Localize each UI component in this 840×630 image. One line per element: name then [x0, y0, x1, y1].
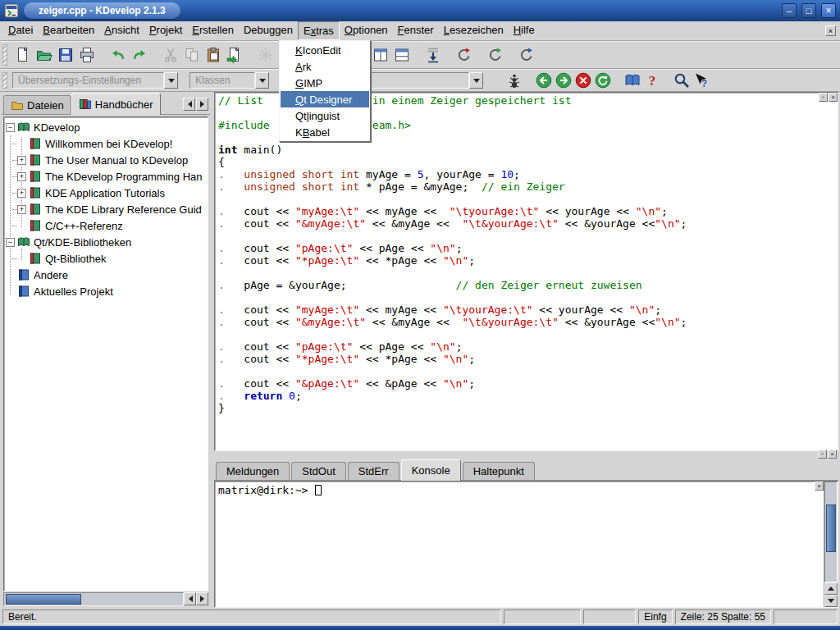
output-tab-haltepunkt[interactable]: Haltepunkt [463, 462, 535, 480]
tree-expander-icon[interactable]: + [17, 205, 26, 214]
tree-expander-icon[interactable]: + [17, 189, 26, 198]
new-file-icon[interactable] [12, 44, 34, 66]
tree-horizontal-scrollbar[interactable] [3, 592, 208, 606]
menu-projekt[interactable]: Projekt [144, 21, 187, 40]
tab-scroll-right-button[interactable] [196, 98, 208, 111]
dock-restore-icon[interactable]: ▫ [819, 93, 828, 102]
combo-1-dropdown-button[interactable] [164, 72, 178, 89]
menubar-close-icon[interactable]: × [825, 25, 836, 36]
menu-fenster[interactable]: Fenster [393, 21, 439, 40]
tab-scroll-left-button[interactable] [183, 98, 195, 111]
tree-item[interactable]: +The User Manual to KDevelop [4, 152, 208, 168]
scroll-right-button[interactable] [196, 592, 208, 605]
hscrollbar-track[interactable] [3, 592, 184, 606]
rebuild-icon[interactable] [485, 44, 506, 66]
tree-expander-icon[interactable]: + [17, 156, 26, 165]
search-icon[interactable] [672, 71, 692, 90]
dock-close-icon[interactable]: × [829, 93, 838, 102]
documentation-icon[interactable] [623, 71, 642, 90]
menu-item-qt-linguist[interactable]: Qt linguist [281, 107, 369, 124]
menu-optionen[interactable]: Optionen [340, 21, 393, 40]
menu-ansicht[interactable]: Ansicht [99, 21, 144, 40]
paste-icon[interactable] [203, 44, 224, 66]
undo-icon[interactable] [107, 44, 129, 66]
toolbar-grip-icon[interactable] [2, 44, 7, 66]
tree-item[interactable]: Aktuelles Projekt [4, 283, 208, 299]
dock-close-icon[interactable]: × [828, 450, 837, 459]
back-icon[interactable] [534, 71, 554, 90]
forward-icon[interactable] [554, 71, 573, 90]
open-file-icon[interactable] [34, 44, 55, 66]
make-icon[interactable] [454, 44, 475, 66]
output-tab-stdout[interactable]: StdOut [291, 462, 345, 480]
tree-expander-icon[interactable]: − [6, 123, 15, 132]
scroll-down-button[interactable] [824, 595, 838, 607]
stop-browse-icon[interactable] [573, 71, 593, 90]
toolbar-grip-icon[interactable] [2, 72, 7, 89]
menu-erstellen[interactable]: Erstellen [187, 21, 239, 40]
revert-file-icon[interactable] [224, 44, 245, 66]
reload-icon[interactable] [593, 71, 613, 90]
tree-item[interactable]: −Qt/KDE-Bibliotheken [4, 234, 208, 250]
combo-1-value[interactable]: Übersetzungs-Einstellungen [12, 72, 164, 89]
scroll-left-button[interactable] [184, 592, 196, 605]
menu-debuggen[interactable]: Debuggen [239, 21, 298, 40]
cut-icon[interactable] [160, 44, 181, 66]
copy-icon[interactable] [181, 44, 203, 66]
redo-icon[interactable] [129, 44, 150, 66]
combo-3-dropdown-button[interactable] [469, 72, 483, 89]
tree-item[interactable]: −KDevelop [4, 119, 208, 135]
tree-expander-icon[interactable]: + [17, 172, 26, 181]
titlebar[interactable]: zeiger.cpp - KDevelop 2.1.3 – □ × [0, 0, 840, 21]
dock-restore-icon[interactable]: ▫ [818, 450, 827, 459]
tree-item[interactable]: C/C++-Referenz [4, 217, 208, 234]
print-file-icon[interactable] [76, 44, 98, 66]
handbook-tree[interactable]: −KDevelopWillkommen bei KDevelop!+The Us… [4, 119, 208, 591]
dock-tab-handbuecher[interactable]: Handbücher [71, 93, 161, 115]
horizontal-splitter[interactable]: ▫ × [214, 451, 838, 458]
goto-last-edit-icon[interactable] [422, 44, 444, 66]
vscrollbar-track[interactable] [824, 482, 838, 582]
help-icon[interactable]: ? [642, 71, 662, 90]
terminal-cursor [315, 485, 322, 495]
scroll-up-button[interactable] [824, 582, 838, 595]
menu-item-gimp[interactable]: GIMP [281, 75, 369, 91]
hscrollbar-thumb[interactable] [6, 594, 81, 605]
tree-item[interactable]: Qt-Bibliothek [4, 250, 208, 267]
output-tab-konsole[interactable]: Konsole [401, 459, 461, 481]
goto-declaration-icon[interactable] [504, 71, 524, 90]
menu-lesezeichen[interactable]: Lesezeichen [439, 21, 509, 40]
minimize-button[interactable]: – [782, 3, 797, 18]
output-tab-meldungen[interactable]: Meldungen [216, 462, 290, 480]
maximize-button[interactable]: □ [801, 3, 816, 18]
tree-item[interactable]: +The KDevelop Programming Han [4, 168, 208, 185]
dock-close-icon[interactable]: × [815, 482, 824, 491]
close-button[interactable]: × [821, 3, 836, 18]
tree-item[interactable]: Andere [4, 267, 208, 283]
menu-item-kbabel[interactable]: KBabel [281, 124, 369, 140]
tree-item[interactable]: +The KDE Library Reference Guid [4, 201, 208, 217]
save-file-icon[interactable] [55, 44, 76, 66]
dock-tab-dateien[interactable]: Dateien [3, 95, 71, 114]
compile-file-icon[interactable] [255, 44, 276, 66]
vscrollbar-thumb[interactable] [826, 504, 836, 552]
output-tab-stderr[interactable]: StdErr [348, 462, 399, 480]
tree-item[interactable]: +KDE Application Tutorials [4, 185, 208, 201]
menu-datei[interactable]: Datei [3, 21, 38, 40]
split-vertical-icon[interactable] [391, 44, 413, 66]
tree-item[interactable]: Willkommen bei KDevelop! [4, 135, 208, 152]
menu-item-kiconedit[interactable]: KIconEdit [281, 42, 369, 58]
menu-item-ark[interactable]: Ark [281, 58, 369, 75]
console-vertical-scrollbar[interactable] [824, 482, 838, 607]
console-terminal[interactable]: matrix@dirk:~> [215, 482, 824, 607]
tree-expander-icon[interactable]: − [6, 238, 15, 247]
menu-extras[interactable]: Extras [298, 21, 340, 40]
whats-this-icon[interactable]: ? [692, 71, 711, 90]
menu-bearbeiten[interactable]: Bearbeiten [38, 21, 99, 40]
menu-item-qt-designer[interactable]: Qt Designer [281, 91, 369, 107]
combo-2-value[interactable]: Klassen [189, 72, 255, 89]
restart-icon[interactable] [516, 44, 537, 66]
menu-hilfe[interactable]: Hilfe [509, 21, 540, 40]
combo-2-dropdown-button[interactable] [255, 72, 269, 89]
split-horizontal-icon[interactable] [370, 44, 391, 66]
